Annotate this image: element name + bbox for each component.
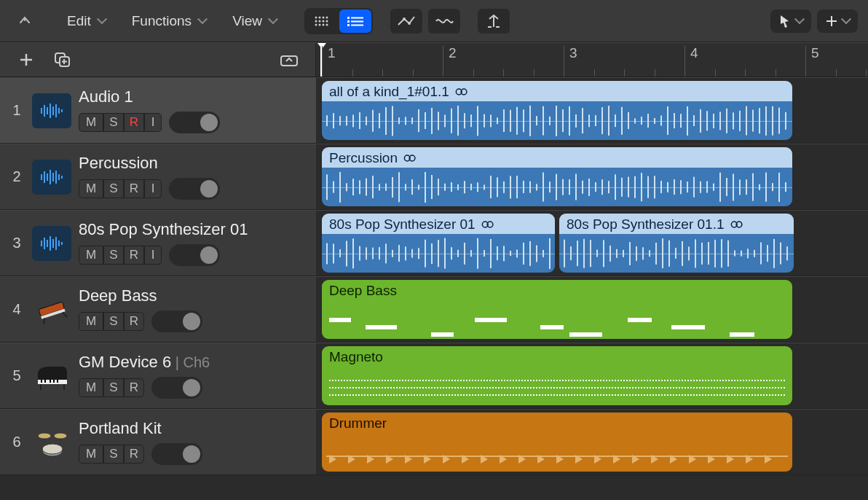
track-name: Portland Kit: [79, 419, 307, 438]
global-tracks-button[interactable]: [275, 47, 304, 73]
flex-button[interactable]: [428, 9, 460, 34]
audio-track-icon[interactable]: [32, 160, 71, 195]
record-enable-button[interactable]: R: [124, 113, 144, 132]
add-tool[interactable]: [817, 9, 858, 33]
piano-track-icon[interactable]: [32, 359, 71, 394]
region[interactable]: Percussion: [322, 147, 792, 206]
back-up-button[interactable]: [10, 9, 39, 34]
duplicate-track-button[interactable]: [48, 47, 77, 73]
view-menu-label: View: [232, 13, 262, 29]
track-number: 5: [9, 367, 25, 384]
track-header[interactable]: 380s Pop Synthesizer 01MSRI: [0, 210, 316, 276]
synth-track-icon[interactable]: [32, 292, 71, 327]
svg-point-7: [326, 20, 328, 22]
track-on-off-toggle[interactable]: [169, 112, 220, 133]
region[interactable]: 80s Pop Synthesizer 01.1: [559, 214, 794, 273]
track-on-off-toggle[interactable]: [169, 244, 220, 266]
solo-button[interactable]: S: [103, 445, 124, 464]
mute-button[interactable]: M: [79, 113, 103, 132]
region[interactable]: Drummer: [322, 413, 792, 472]
svg-point-74: [54, 433, 67, 439]
track-on-off-toggle[interactable]: [169, 178, 220, 200]
mute-button[interactable]: M: [79, 312, 103, 331]
track-on-off-toggle[interactable]: [151, 443, 202, 465]
ruler[interactable]: 12345: [316, 43, 868, 77]
track-on-off-toggle[interactable]: [151, 377, 202, 399]
record-enable-button[interactable]: R: [124, 246, 144, 265]
record-enable-button[interactable]: R: [124, 378, 144, 397]
solo-button[interactable]: S: [103, 312, 124, 331]
bar-label: 1: [328, 45, 336, 61]
track-lane[interactable]: 80s Pop Synthesizer 0180s Pop Synthesize…: [316, 210, 868, 276]
mute-button[interactable]: M: [79, 246, 103, 265]
svg-point-6: [322, 20, 324, 22]
automation-button[interactable]: [390, 9, 422, 34]
record-enable-button[interactable]: R: [124, 179, 144, 198]
track-on-off-toggle[interactable]: [151, 310, 202, 332]
catch-playhead-button[interactable]: [478, 9, 510, 34]
list-view-toggle[interactable]: [339, 9, 371, 33]
solo-button[interactable]: S: [103, 378, 124, 397]
chevron-down-icon: [841, 14, 851, 24]
track-header[interactable]: 5GM Device 6 | Ch6MSR: [0, 343, 316, 409]
track-header[interactable]: 4Deep BassMSR: [0, 276, 316, 343]
add-track-button[interactable]: [12, 47, 41, 73]
track-row[interactable]: 380s Pop Synthesizer 01MSRI80s Pop Synth…: [0, 210, 868, 276]
left-tool-select[interactable]: [770, 9, 811, 33]
view-menu[interactable]: View: [222, 9, 287, 34]
grid-view-toggle[interactable]: [306, 9, 338, 33]
track-row[interactable]: 1Audio 1MSRIall of a kind_1#01.1: [0, 77, 868, 144]
track-lane[interactable]: Magneto: [316, 343, 868, 409]
mute-button[interactable]: M: [79, 179, 103, 198]
region[interactable]: all of a kind_1#01.1: [322, 81, 792, 140]
track-lane[interactable]: Deep Bass: [316, 276, 868, 343]
region[interactable]: 80s Pop Synthesizer 01: [322, 214, 555, 273]
track-name: Deep Bass: [79, 286, 307, 305]
track-lane[interactable]: Percussion: [316, 144, 868, 210]
svg-point-73: [38, 433, 51, 439]
audio-track-icon[interactable]: [32, 226, 71, 261]
region-name: 80s Pop Synthesizer 01.1: [567, 216, 725, 233]
region[interactable]: Magneto: [322, 346, 792, 405]
track-row[interactable]: 2PercussionMSRIPercussion: [0, 144, 868, 210]
grid-icon: [314, 15, 330, 27]
solo-button[interactable]: S: [103, 179, 124, 198]
track-header[interactable]: 6Portland KitMSR: [0, 409, 316, 475]
track-row[interactable]: 6Portland KitMSRDrummer: [0, 409, 868, 475]
chevron-down-icon: [794, 14, 805, 24]
pointer-tool[interactable]: [770, 9, 811, 33]
drums-track-icon[interactable]: [32, 425, 71, 460]
solo-button[interactable]: S: [103, 246, 124, 265]
solo-button[interactable]: S: [103, 113, 124, 132]
right-tool-select[interactable]: [817, 9, 858, 33]
track-header[interactable]: 2PercussionMSRI: [0, 144, 316, 210]
track-row[interactable]: 4Deep BassMSRDeep Bass: [0, 276, 868, 343]
input-monitor-button[interactable]: I: [144, 179, 162, 198]
input-monitor-button[interactable]: I: [144, 246, 162, 265]
svg-point-19: [408, 22, 411, 25]
svg-rect-70: [57, 380, 58, 383]
loop-icon: [481, 216, 494, 233]
automation-icon: [397, 15, 416, 28]
input-monitor-button[interactable]: I: [144, 113, 162, 132]
chevron-down-icon: [197, 14, 208, 24]
track-name: Audio 1: [79, 87, 307, 106]
functions-menu[interactable]: Functions: [122, 9, 216, 34]
mute-button[interactable]: M: [79, 445, 103, 464]
region[interactable]: Deep Bass: [322, 280, 792, 339]
record-enable-button[interactable]: R: [124, 445, 144, 464]
track-lane[interactable]: all of a kind_1#01.1: [316, 77, 868, 144]
record-enable-button[interactable]: R: [124, 312, 144, 331]
track-header[interactable]: 1Audio 1MSRI: [0, 77, 316, 144]
track-row[interactable]: 5GM Device 6 | Ch6MSRMagneto: [0, 343, 868, 409]
bar-label: 2: [449, 45, 457, 61]
region-name: Drummer: [329, 415, 387, 431]
region-name: 80s Pop Synthesizer 01: [329, 216, 476, 233]
track-lane[interactable]: Drummer: [316, 409, 868, 475]
edit-menu[interactable]: Edit: [57, 9, 116, 34]
svg-point-18: [403, 17, 406, 20]
plus-icon: [825, 15, 838, 28]
mute-button[interactable]: M: [79, 378, 103, 397]
audio-track-icon[interactable]: [32, 93, 71, 128]
list-icon: [347, 15, 364, 27]
